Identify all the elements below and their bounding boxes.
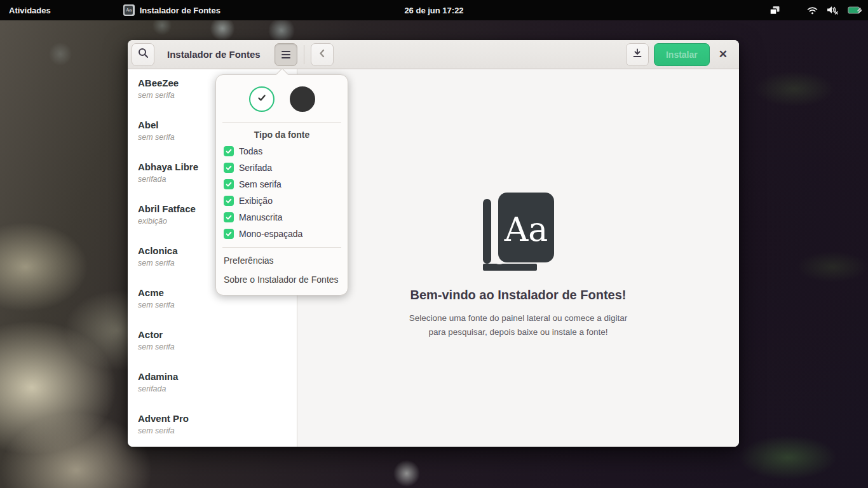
back-button[interactable]: [311, 43, 334, 66]
theme-dark-button[interactable]: [290, 86, 315, 112]
font-name: Advent Pro: [138, 413, 287, 424]
app-window: Instalador de Fontes Instalar ✕: [128, 40, 739, 447]
popover-separator: [222, 247, 341, 248]
filter-label: Mono-espaçada: [239, 229, 302, 239]
header-separator: [304, 45, 304, 64]
filter-label: Serifada: [239, 163, 272, 173]
checkbox-checked-icon[interactable]: [224, 196, 234, 206]
popover-separator: [222, 122, 341, 123]
font-list-item[interactable]: Adamina serifada: [128, 363, 297, 405]
window-title: Instalador de Fontes: [167, 49, 261, 60]
font-name: Adamina: [138, 371, 287, 382]
filter-label: Todas: [239, 146, 262, 156]
font-category: sem serifa: [138, 426, 287, 435]
welcome-subtitle: Selecione uma fonte do painel lateral ou…: [409, 311, 628, 340]
search-button[interactable]: [132, 43, 154, 66]
battery-icon[interactable]: [848, 6, 862, 15]
theme-light-button[interactable]: [249, 86, 275, 112]
hamburger-icon: [281, 51, 290, 58]
font-category: sem serifa: [138, 342, 287, 351]
font-type-checkbox-row[interactable]: Todas: [216, 143, 348, 159]
font-list-item[interactable]: Actor sem serifa: [128, 321, 297, 363]
clock[interactable]: 26 de jun 17:22: [404, 6, 463, 15]
activities-button[interactable]: Atividades: [0, 0, 62, 20]
font-type-checkbox-row[interactable]: Manuscrita: [216, 209, 348, 226]
font-list-item[interactable]: Advent Pro sem serifa: [128, 405, 297, 447]
volume-muted-icon[interactable]: [827, 6, 839, 15]
font-book-icon: Aa: [483, 193, 554, 271]
close-icon[interactable]: ✕: [719, 49, 728, 60]
font-name: Actor: [138, 329, 287, 340]
font-type-checkbox-row[interactable]: Mono-espaçada: [216, 226, 348, 242]
search-icon: [138, 48, 149, 61]
check-icon: [256, 92, 268, 106]
welcome-pane: Aa Bem-vindo ao Instalador de Fontes! Se…: [297, 69, 739, 447]
checkbox-checked-icon[interactable]: [224, 163, 234, 173]
shell-top-bar: Atividades Aa Instalador de Fontes 26 de…: [0, 0, 868, 20]
welcome-title: Bem-vindo ao Instalador de Fontes!: [410, 288, 626, 302]
checkbox-checked-icon[interactable]: [224, 229, 234, 239]
filter-label: Sem serifa: [239, 179, 281, 189]
font-type-section-title: Tipo da fonte: [216, 124, 348, 143]
download-button[interactable]: [626, 43, 649, 66]
font-category: sem serifa: [138, 301, 287, 309]
system-tray[interactable]: [770, 0, 862, 20]
focused-app-name: Instalador de Fontes: [140, 6, 220, 15]
menu-item[interactable]: Preferências: [216, 251, 348, 270]
font-type-checkbox-row[interactable]: Sem serifa: [216, 176, 348, 193]
font-type-checkbox-row[interactable]: Serifada: [216, 159, 348, 176]
font-type-checkbox-row[interactable]: Exibição: [216, 193, 348, 209]
checkbox-checked-icon[interactable]: [224, 146, 234, 156]
menu-button[interactable]: [275, 43, 297, 66]
popover-menu-items: Preferências Sobre o Instalador de Fonte…: [216, 249, 348, 292]
main-menu-popover: Tipo da fonte Todas: [215, 74, 348, 295]
filter-label: Exibição: [239, 196, 273, 206]
focused-app-indicator[interactable]: Aa Instalador de Fontes: [123, 4, 220, 16]
checkbox-checked-icon[interactable]: [224, 212, 234, 222]
chevron-left-icon: [318, 49, 327, 60]
filter-label: Manuscrita: [239, 212, 282, 222]
install-button[interactable]: Instalar: [654, 43, 710, 66]
wifi-icon[interactable]: [807, 6, 818, 15]
workspaces-icon[interactable]: [770, 6, 780, 15]
app-icon: Aa: [123, 4, 135, 16]
font-category: serifada: [138, 384, 287, 393]
checkbox-checked-icon[interactable]: [224, 179, 234, 189]
menu-item[interactable]: Sobre o Instalador de Fontes: [216, 270, 348, 289]
header-bar: Instalador de Fontes Instalar ✕: [128, 40, 739, 69]
font-type-filter-list: Todas Serifada: [216, 143, 348, 242]
svg-text:Aa: Aa: [503, 210, 548, 248]
download-icon: [632, 48, 642, 61]
theme-selector: [216, 79, 348, 121]
